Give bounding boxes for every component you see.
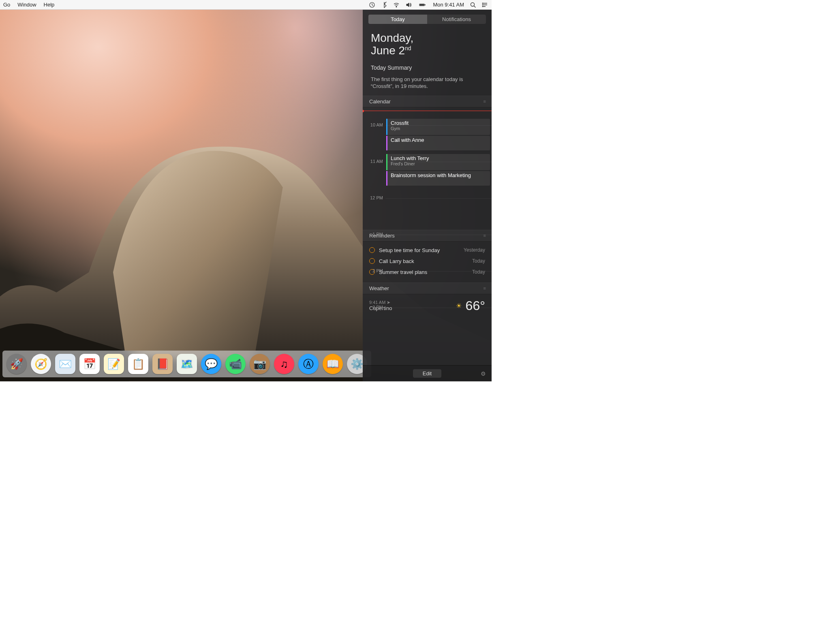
calendar-hour-label: 1 PM [366,232,383,237]
summary-title: Today Summary [363,59,492,73]
calendar-hour-label: 2 PM [366,268,383,273]
calendar-widget-header: Calendar ≡ [363,96,492,107]
calendar-hour-label: 10 AM [366,122,383,127]
drag-handle-icon[interactable]: ≡ [483,233,485,238]
drag-handle-icon[interactable]: ≡ [483,99,485,104]
tab-notifications[interactable]: Notifications [427,15,486,24]
svg-rect-3 [420,4,424,5]
dock-icon-notes[interactable]: 📝 [104,354,124,374]
nc-date-suffix: nd [405,45,411,51]
dock-icon-itunes[interactable]: ♫ [274,354,294,374]
reminder-checkbox-icon[interactable] [369,247,375,253]
menubar: Go Window Help Mon 9:41 AM [0,0,492,10]
calendar-widget-title: Calendar [369,98,391,105]
calendar-event-title: Lunch with Terry [391,155,487,161]
calendar-hour-row: 3 PM [385,308,492,326]
calendar-hour-row: 1 PM [385,235,492,253]
calendar-event-title: Crossfit [391,120,487,126]
notification-center-panel: Today Notifications Monday, June 2nd Tod… [363,10,492,381]
spotlight-icon[interactable] [470,2,476,8]
dock-icon-appstore[interactable]: Ⓐ [298,354,319,374]
svg-point-8 [482,6,483,7]
reminder-checkbox-icon[interactable] [369,258,375,264]
dock-icon-mail[interactable]: ✉️ [55,354,75,374]
dock-icon-contacts[interactable]: 📕 [152,354,173,374]
gear-icon[interactable]: ⚙ [481,370,486,377]
bluetooth-icon[interactable] [381,2,387,8]
wifi-icon[interactable] [393,2,400,8]
calendar-hour-label: 12 PM [366,195,383,200]
dock-icon-maps[interactable]: 🗺️ [177,354,197,374]
dock-icon-messages[interactable]: 💬 [201,354,221,374]
volume-icon[interactable] [405,2,412,8]
calendar-hour-label: 3 PM [366,305,383,310]
menu-window[interactable]: Window [17,2,36,8]
notification-center-icon[interactable] [482,2,488,8]
location-arrow-icon: ➤ [387,300,390,305]
tab-today[interactable]: Today [368,15,427,24]
nc-footer: Edit ⚙ [363,365,492,381]
calendar-event-subtitle: Gym [391,126,487,131]
dock-icon-ibooks[interactable]: 📖 [323,354,343,374]
dock-icon-launchpad[interactable]: 🚀 [6,354,27,374]
nc-date-monthday: June 2 [371,44,405,57]
calendar-timeline: 9:41 AM 10 AM11 AM12 PM1 PM2 PM3 PMCross… [363,107,492,230]
svg-point-5 [471,2,475,6]
drag-handle-icon[interactable]: ≡ [483,286,485,291]
calendar-event-title: Call with Anne [391,137,487,143]
dock-icon-facetime[interactable]: 📹 [225,354,246,374]
calendar-event[interactable]: CrossfitGym [386,119,490,135]
reminder-item[interactable]: Call Larry backToday [369,256,485,267]
calendar-hour-label: 11 AM [366,159,383,164]
calendar-now-line: 9:41 AM [363,111,492,111]
reminder-when: Today [472,258,485,264]
calendar-event[interactable]: Brainstorm session with Marketing [386,171,490,186]
reminder-text: Call Larry back [379,258,414,264]
summary-text: The first thing on your calendar today i… [363,73,492,96]
svg-point-7 [482,4,483,5]
calendar-event-subtitle: Fred's Diner [391,161,487,166]
svg-point-1 [396,6,397,7]
dock-icon-photobooth[interactable]: 📷 [250,354,270,374]
timemachine-icon[interactable] [369,2,375,8]
battery-icon[interactable] [417,2,427,8]
dock: 🚀🧭✉️📅📝📋📕🗺️💬📹📷♫Ⓐ📖⚙️ [2,351,371,377]
calendar-hour-row: 12 PM [385,198,492,216]
calendar-now-dot-icon [363,110,364,112]
dock-icon-reminders[interactable]: 📋 [128,354,148,374]
svg-point-6 [482,3,483,4]
nc-date: Monday, June 2nd [363,28,492,59]
calendar-event-title: Brainstorm session with Marketing [391,172,487,178]
calendar-event[interactable]: Lunch with TerryFred's Diner [386,154,490,170]
svg-rect-4 [425,4,425,5]
dock-icon-calendar[interactable]: 📅 [79,354,100,374]
dock-icon-safari[interactable]: 🧭 [31,354,51,374]
nc-tabs: Today Notifications [368,15,486,24]
edit-button[interactable]: Edit [413,369,441,378]
calendar-hour-row: 2 PM [385,271,492,289]
calendar-event[interactable]: Call with Anne [386,136,490,150]
nc-date-dayname: Monday, [371,32,413,44]
menu-go[interactable]: Go [3,2,10,8]
menu-help[interactable]: Help [44,2,55,8]
menubar-clock[interactable]: Mon 9:41 AM [433,2,464,8]
